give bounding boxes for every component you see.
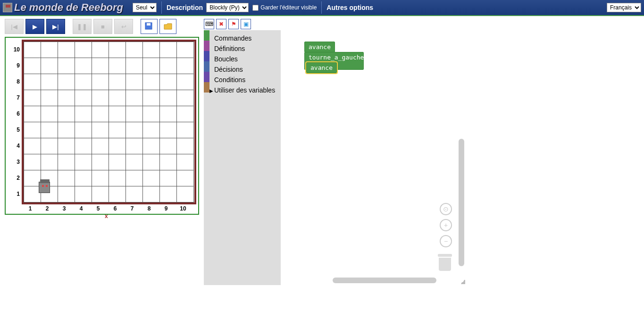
world-frame: y 10987654321 bbox=[5, 37, 199, 215]
separator bbox=[161, 1, 162, 14]
blockly-editor: Commandes Définitions Boucles Décisions … bbox=[204, 30, 466, 285]
x-labels: 12345678910 bbox=[22, 205, 196, 212]
toolbox: Commandes Définitions Boucles Décisions … bbox=[209, 30, 280, 285]
puzzle-icon[interactable]: ✖ bbox=[216, 19, 226, 29]
x-axis-label: x bbox=[105, 213, 108, 219]
play-button[interactable]: ▶ bbox=[25, 19, 44, 34]
world-select[interactable]: Seul bbox=[133, 3, 157, 12]
toolbox-cat-variables[interactable]: Utiliser des variables bbox=[209, 85, 280, 95]
y-labels: 10987654321 bbox=[10, 42, 20, 202]
toolbox-cat-commandes[interactable]: Commandes bbox=[209, 33, 280, 43]
toolbox-colors bbox=[204, 30, 209, 285]
description-label[interactable]: Description bbox=[167, 4, 203, 11]
center-button[interactable]: ⊙ bbox=[440, 203, 452, 215]
block-avance-2[interactable]: avance bbox=[306, 62, 337, 73]
pause-button: ❚❚ bbox=[73, 19, 92, 34]
app-title-text: Le monde de Reeborg bbox=[14, 1, 123, 14]
toolbox-cat-boucles[interactable]: Boucles bbox=[209, 54, 280, 64]
toolbox-cat-conditions[interactable]: Conditions bbox=[209, 75, 280, 85]
stop-button: ■ bbox=[93, 19, 112, 34]
header: Le monde de Reeborg Seul Description Blo… bbox=[0, 0, 644, 16]
scrollbar-horizontal[interactable] bbox=[333, 278, 436, 283]
editor-toolbar: ⌨ ✖ ⚑ ▣ bbox=[204, 19, 466, 30]
step-button[interactable]: ▶| bbox=[46, 19, 65, 34]
mode-select[interactable]: Blockly (Py) bbox=[206, 3, 249, 12]
robot-logo-icon bbox=[3, 3, 12, 12]
toolbox-cat-decisions[interactable]: Décisions bbox=[209, 64, 280, 75]
other-options-label[interactable]: Autres options bbox=[326, 4, 373, 11]
resize-handle[interactable] bbox=[460, 279, 465, 284]
trash-icon[interactable] bbox=[438, 254, 452, 271]
keyboard-icon[interactable]: ⌨ bbox=[204, 19, 214, 29]
load-world-button[interactable] bbox=[159, 19, 176, 34]
blockly-workspace[interactable]: avance tourne_a_gauche↻ avance ⊙ + − bbox=[280, 30, 466, 285]
app-title: Le monde de Reeborg bbox=[3, 1, 123, 14]
keep-editor-label: Garder l'éditeur visible bbox=[260, 4, 317, 11]
language-select[interactable]: Français bbox=[607, 3, 641, 12]
toolbox-cat-definitions[interactable]: Définitions bbox=[209, 43, 280, 54]
zoom-in-button[interactable]: + bbox=[440, 219, 452, 231]
workspace-controls: ⊙ + − bbox=[440, 203, 452, 247]
zoom-out-button[interactable]: − bbox=[440, 235, 452, 247]
rewind-button: |◀ bbox=[5, 19, 24, 34]
robot-icon bbox=[39, 182, 50, 193]
run-toolbar: |◀ ▶ ▶| ❚❚ ■ ↩ bbox=[5, 19, 199, 34]
separator bbox=[321, 1, 322, 14]
block-avance-1[interactable]: avance bbox=[304, 42, 335, 52]
scrollbar-vertical[interactable] bbox=[459, 139, 464, 266]
reverse-button: ↩ bbox=[114, 19, 133, 34]
save-world-button[interactable] bbox=[141, 19, 158, 34]
world-grid bbox=[24, 42, 194, 202]
keep-editor-checkbox[interactable] bbox=[252, 5, 259, 11]
svg-rect-1 bbox=[147, 23, 151, 25]
image-icon[interactable]: ▣ bbox=[241, 19, 251, 29]
flag-icon[interactable]: ⚑ bbox=[228, 19, 239, 29]
